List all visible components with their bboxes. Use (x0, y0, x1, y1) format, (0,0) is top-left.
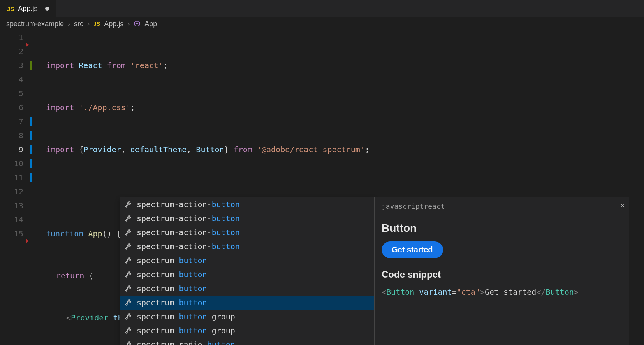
breadcrumb-file[interactable]: App.js (104, 20, 123, 28)
doc-code-snippet: <Button variant="cta">Get started</Butto… (382, 286, 622, 298)
chevron-right-icon: › (68, 20, 70, 28)
suggest-item[interactable]: spectrum-button (120, 282, 374, 296)
suggest-item[interactable]: spectrum-button-group (120, 324, 374, 338)
suggest-item-label: spectrum-action-button (137, 239, 240, 253)
wrench-icon (124, 327, 132, 334)
suggest-item-label: spectrum-button (137, 282, 207, 296)
suggest-item-label: spectrum-action-button (137, 197, 240, 211)
close-icon[interactable]: × (620, 201, 625, 211)
wrench-icon (124, 229, 132, 236)
doc-language: javascriptreact (382, 202, 622, 210)
tab-filename: App.js (18, 5, 37, 13)
wrench-icon (124, 215, 132, 222)
cta-button[interactable]: Get started (382, 241, 443, 258)
suggest-item[interactable]: spectrum-button (120, 268, 374, 282)
suggest-list[interactable]: spectrum-action-buttonspectrum-action-bu… (120, 197, 375, 345)
wrench-icon (124, 299, 132, 306)
wrench-icon (124, 341, 132, 345)
tab-modified-dot-icon (45, 7, 49, 11)
wrench-icon (124, 285, 132, 292)
suggest-item-label: spectrum-button-group (137, 324, 235, 338)
wrench-icon (124, 271, 132, 278)
suggest-item-label: spectrum-button-group (137, 310, 235, 324)
suggest-item-label: spectrum-action-button (137, 225, 240, 239)
suggest-item[interactable]: spectrum-action-button (120, 239, 374, 253)
tab-appjs[interactable]: JS App.js (0, 0, 56, 17)
suggest-doc-panel: × javascriptreact Button Get started Cod… (375, 197, 629, 345)
wrench-icon (124, 313, 132, 320)
breadcrumb-symbol[interactable]: App (144, 20, 157, 28)
wrench-icon (124, 243, 132, 250)
suggest-item-label: spectrum-button (137, 268, 207, 282)
suggest-item[interactable]: spectrum-radio-button (120, 338, 374, 345)
suggest-item[interactable]: spectrum-button-group (120, 310, 374, 324)
gutter: 123456789101112131415 (0, 30, 34, 345)
wrench-icon (124, 201, 132, 208)
doc-snippet-heading: Code snippet (382, 269, 622, 280)
wrench-icon (124, 257, 132, 264)
tab-language-badge: JS (7, 5, 14, 12)
symbol-package-icon (134, 20, 143, 28)
suggest-item-label: spectrum-button (137, 296, 207, 310)
suggest-item-label: spectrum-radio-button (137, 338, 235, 345)
suggest-item-label: spectrum-action-button (137, 211, 240, 225)
chevron-right-icon: › (127, 20, 130, 28)
suggest-item[interactable]: spectrum-action-button (120, 225, 374, 239)
suggest-item[interactable]: spectrum-button (120, 253, 374, 268)
suggest-item[interactable]: spectrum-button (120, 296, 374, 310)
breadcrumb[interactable]: spectrum-example › src › JS App.js › App (0, 17, 644, 30)
breadcrumb-file-badge: JS (93, 21, 100, 27)
tab-bar: JS App.js (0, 0, 644, 17)
breadcrumb-item[interactable]: spectrum-example (6, 20, 64, 28)
chevron-right-icon: › (87, 20, 90, 28)
doc-heading: Button (382, 222, 622, 234)
suggest-item[interactable]: spectrum-action-button (120, 197, 374, 211)
breadcrumb-item[interactable]: src (74, 20, 83, 28)
suggest-item[interactable]: spectrum-action-button (120, 211, 374, 225)
autocomplete-popup: spectrum-action-buttonspectrum-action-bu… (120, 197, 629, 345)
suggest-item-label: spectrum-button (137, 253, 207, 268)
